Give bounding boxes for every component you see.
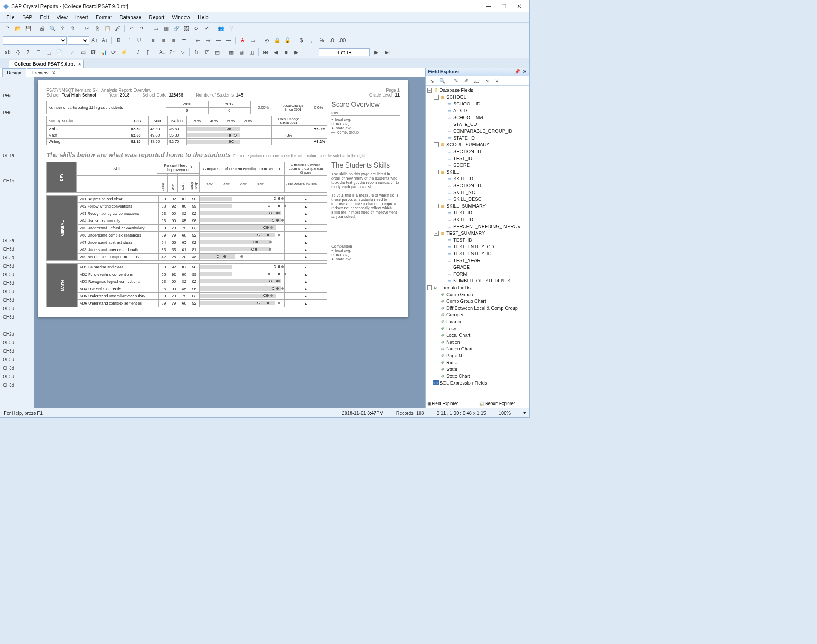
tree-node[interactable]: ⊕Ratio — [426, 359, 529, 366]
nav-play-icon[interactable]: ▶ — [291, 48, 301, 57]
sections-icon[interactable]: ▤ — [212, 48, 222, 57]
tree-node[interactable]: ⊕State — [426, 366, 529, 373]
lock2-icon[interactable]: 🔓 — [283, 36, 292, 45]
border-icon[interactable]: ▭ — [248, 36, 257, 45]
insert-sub-icon[interactable]: 📄 — [54, 48, 63, 57]
insert-flash-icon[interactable]: ⚡ — [119, 48, 129, 57]
font-size-select[interactable] — [68, 36, 89, 45]
tree-node[interactable]: ⊕Nation Chart — [426, 345, 529, 352]
insert-box-icon[interactable]: ▭ — [78, 48, 88, 57]
tab-report-explorer[interactable]: 📊Report Explorer — [477, 399, 529, 408]
menu-edit[interactable]: Edit — [37, 14, 52, 21]
insert-sum-icon[interactable]: Σ — [23, 48, 33, 57]
close-button[interactable]: ✕ — [511, 2, 527, 11]
tree-node[interactable]: ▭SKILL_DESC — [426, 196, 529, 202]
tree-node[interactable]: ⊕Header — [426, 318, 529, 325]
tree-node[interactable]: ▭SCORE — [426, 162, 529, 168]
zoom-dropdown-icon[interactable]: ▾ — [523, 410, 526, 416]
tree-node[interactable]: –▦SCORE_SUMMARY — [426, 141, 529, 148]
tree-node[interactable]: ▭FORM — [426, 271, 529, 277]
percent-icon[interactable]: % — [317, 36, 326, 45]
tree-node[interactable]: –🛢Database Fields — [426, 87, 529, 94]
tab-field-explorer[interactable]: ▦Field Explorer — [426, 399, 477, 408]
grid-icon[interactable]: ▦ — [161, 24, 171, 33]
print-icon[interactable]: 🖨 — [37, 24, 47, 33]
tree-node[interactable]: ▭PERCENT_NEEDING_IMPROV — [426, 223, 529, 230]
field-tree[interactable]: –🛢Database Fields–▦SCHOOL▭SCHOOL_ID▭AI_C… — [426, 86, 529, 399]
fe-insert-icon[interactable]: ↘ — [427, 76, 437, 85]
tree-node[interactable]: ▭SKILL_NO — [426, 189, 529, 196]
group-icon[interactable]: ▭ — [151, 24, 160, 33]
pin-icon[interactable]: 📌 — [514, 69, 520, 74]
refresh-icon[interactable]: ⟳ — [192, 24, 201, 33]
check-icon[interactable]: ✔ — [202, 24, 211, 33]
tree-node[interactable]: ▭TEST_ID — [426, 209, 529, 216]
sort2-icon[interactable]: Z↑ — [168, 48, 177, 57]
outdent-icon[interactable]: ⇥ — [203, 36, 213, 45]
tab-preview[interactable]: Preview ✕ — [27, 68, 60, 77]
insert-cross-icon[interactable]: ☐ — [34, 48, 43, 57]
image-icon[interactable]: 🖼 — [182, 24, 191, 33]
db-icon[interactable]: 🛢 — [133, 48, 143, 57]
filter-icon[interactable]: ▽ — [178, 48, 187, 57]
font-family-select[interactable] — [3, 36, 67, 45]
menu-window[interactable]: Window — [169, 14, 194, 21]
tree-node[interactable]: ▭NUMBER_OF_STUDENTS — [426, 277, 529, 284]
comma-icon[interactable]: , — [307, 36, 316, 45]
close-tab-icon[interactable]: ✕ — [78, 62, 81, 66]
minimize-button[interactable]: — — [481, 2, 496, 11]
suppress-icon[interactable]: ⊘ — [262, 36, 271, 45]
copy-icon[interactable]: ⎘ — [92, 24, 102, 33]
tree-node[interactable]: ▭SKILL_ID — [426, 175, 529, 182]
undo-icon[interactable]: ↶ — [127, 24, 136, 33]
tree-node[interactable]: ⊕Comp Group Chart — [426, 298, 529, 305]
tree-node[interactable]: ▭SECTION_ID — [426, 182, 529, 189]
lock-icon[interactable]: 🔒 — [272, 36, 282, 45]
tree-node[interactable]: –fxFormula Fields — [426, 284, 529, 291]
tree-node[interactable]: ▭SCHOOL_ID — [426, 100, 529, 107]
new-icon[interactable]: 🗋 — [3, 24, 12, 33]
menu-database[interactable]: Database — [116, 14, 145, 21]
highlight3-icon[interactable]: ◫ — [247, 48, 256, 57]
tree-node[interactable]: ▭GRADE — [426, 264, 529, 271]
tree-node[interactable]: ⊕Comp Group — [426, 291, 529, 298]
bold-icon[interactable]: B — [114, 36, 123, 45]
report-canvas[interactable]: PSAT/NMSQT Item and Skill Analysis Repor… — [34, 77, 425, 408]
fe-edit-icon[interactable]: ✐ — [462, 76, 471, 85]
nav-prev-icon[interactable]: ◀ — [271, 48, 280, 57]
save-icon[interactable]: 💾 — [23, 24, 33, 33]
decrease-font-icon[interactable]: A↓ — [100, 36, 109, 45]
page-indicator[interactable] — [319, 48, 370, 56]
insert-line-icon[interactable]: ／ — [68, 48, 77, 57]
tree-node[interactable]: SQLSQL Expression Fields — [426, 379, 529, 386]
tree-node[interactable]: –▦SKILL_SUMMARY — [426, 202, 529, 209]
tree-node[interactable]: ▭STATE_CD — [426, 121, 529, 128]
close-preview-icon[interactable]: ✕ — [52, 70, 56, 75]
tree-node[interactable]: ▭TEST_ENTITY_CD — [426, 243, 529, 250]
align-right-icon[interactable]: ≡ — [169, 36, 178, 45]
menu-format[interactable]: Format — [92, 14, 115, 21]
fe-new-icon[interactable]: ✎ — [451, 76, 461, 85]
insert-pic-icon[interactable]: 🖼 — [89, 48, 98, 57]
line1-icon[interactable]: — — [214, 36, 223, 45]
line2-icon[interactable]: — — [224, 36, 233, 45]
menu-insert[interactable]: Insert — [72, 14, 91, 21]
tree-node[interactable]: ▭SCHOOL_NM — [426, 114, 529, 121]
menu-help[interactable]: Help — [194, 14, 212, 21]
page-next-icon[interactable]: ▶ — [371, 48, 381, 57]
underline-icon[interactable]: U — [134, 36, 144, 45]
tree-node[interactable]: ⊕Local — [426, 325, 529, 332]
menu-view[interactable]: View — [53, 14, 71, 21]
tree-node[interactable]: –▦SKILL — [426, 168, 529, 175]
page-last-icon[interactable]: ▶| — [383, 48, 392, 57]
tree-node[interactable]: ▭TEST_ENTITY_ID — [426, 250, 529, 257]
nav-first-icon[interactable]: ⏮ — [261, 48, 270, 57]
italic-icon[interactable]: I — [124, 36, 134, 45]
highlight2-icon[interactable]: ▩ — [237, 48, 246, 57]
tree-node[interactable]: ⊕Nation — [426, 339, 529, 345]
align-left-icon[interactable]: ≡ — [149, 36, 158, 45]
insert-group-icon[interactable]: {} — [13, 48, 23, 57]
fe-delete-icon[interactable]: ✕ — [492, 76, 502, 85]
params-icon[interactable]: [] — [143, 48, 153, 57]
fe-close-icon[interactable]: ✕ — [523, 69, 527, 74]
